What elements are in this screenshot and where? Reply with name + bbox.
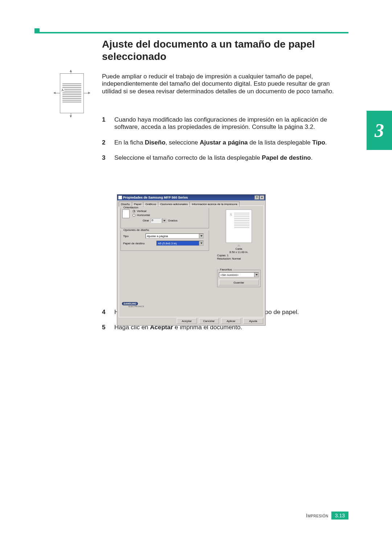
step-number: 4: [102, 309, 114, 316]
chevron-down-icon: [199, 241, 203, 245]
dialog-panel: Vertical Horizontal Girar 0 Grados Tipo …: [119, 205, 264, 317]
type-dropdown[interactable]: Ajustar a página: [146, 233, 204, 239]
chevron-down-icon: [254, 273, 258, 277]
chevron-down-icon: [199, 234, 203, 238]
layout-options-group: Tipo Ajustar a página Papel de destino A…: [121, 231, 209, 251]
degrees-label: Grados: [168, 219, 177, 222]
step-body: En la ficha Diseño, seleccione Ajustar a…: [114, 139, 336, 146]
radio-horizontal[interactable]: Horizontal: [132, 213, 177, 217]
triangle-icon: [237, 244, 241, 247]
preview-copies: Copias: 1: [217, 254, 261, 257]
step-number: 3: [102, 154, 114, 162]
footer-page-number: 3.13: [331, 512, 348, 520]
step-2: 2 En la ficha Diseño, seleccione Ajustar…: [102, 139, 336, 146]
save-favorite-button[interactable]: Guardar: [219, 280, 259, 285]
dialog-title: Propiedades de Samsung MFP 560 Series: [123, 196, 188, 199]
preview-paper-size: 8.50 x 11.00 in.: [217, 250, 261, 254]
cancel-button[interactable]: Cancelar: [199, 318, 219, 324]
apply-button[interactable]: Aplicar: [221, 318, 241, 324]
preview-resolution: Resolución: Normal: [217, 257, 261, 260]
step-number: 5: [102, 324, 114, 331]
step-body: Cuando haya modificado las configuracion…: [114, 116, 336, 131]
printer-icon: [118, 196, 122, 199]
step-number: 1: [102, 116, 114, 131]
favorites-dropdown[interactable]: <Sin nombre>: [219, 272, 259, 277]
fit-to-page-illustration: A: [55, 70, 89, 117]
help-button[interactable]: Ayuda: [243, 318, 263, 324]
intro-paragraph: Puede ampliar o reducir el trabajo de im…: [102, 73, 336, 95]
dialog-titlebar: Propiedades de Samsung MFP 560 Series ? …: [117, 195, 265, 200]
favorites-group: <Sin nombre> Guardar: [217, 270, 261, 287]
chapter-tab: 3: [367, 111, 392, 150]
radio-vertical[interactable]: Vertical: [132, 209, 177, 213]
rotate-label: Girar: [143, 219, 149, 222]
rotate-value-field[interactable]: 0: [151, 218, 161, 223]
illustration-page-icon: A: [60, 73, 84, 113]
step-body: Seleccione el tamaño correcto de la list…: [114, 154, 336, 162]
target-paper-label: Papel de destino: [123, 242, 146, 245]
radio-icon: [132, 214, 135, 217]
samsung-logo: SAMSUNG ELECTRONICS: [122, 302, 144, 307]
step-3: 3 Seleccione el tamaño correcto de la li…: [102, 154, 336, 162]
close-window-button[interactable]: ×: [260, 195, 264, 200]
printer-properties-dialog: Propiedades de Samsung MFP 560 Series ? …: [117, 194, 266, 326]
header-rule: [34, 32, 348, 33]
help-window-button[interactable]: ?: [254, 195, 259, 200]
type-label: Tipo: [123, 235, 146, 238]
step-number: 2: [102, 139, 114, 146]
chevron-down-icon[interactable]: [162, 218, 167, 223]
page-footer: Impresión 3.13: [306, 512, 348, 520]
illustration-letter: A: [61, 88, 64, 92]
preview-paper-name: Carta: [217, 247, 261, 250]
dialog-action-buttons: Aceptar Cancelar Aplicar Ayuda: [177, 318, 263, 324]
page-preview: S Carta 8.50 x 11.00 in. Copias: 1 Resol…: [217, 209, 261, 266]
target-paper-dropdown[interactable]: A5 (5.8x8.3 in): [156, 241, 204, 246]
orientation-preview-icon: [122, 209, 130, 218]
orientation-group: Vertical Horizontal Girar 0 Grados: [121, 208, 209, 228]
preview-page-icon: S: [226, 209, 252, 243]
tab-diseno[interactable]: Diseño: [119, 201, 132, 207]
step-1: 1 Cuando haya modificado las configuraci…: [102, 116, 336, 131]
radio-icon: [132, 210, 135, 213]
ok-button[interactable]: Aceptar: [177, 318, 197, 324]
page-heading: Ajuste del documento a un tamaño de pape…: [102, 38, 336, 62]
footer-section-label: Impresión: [306, 513, 328, 518]
